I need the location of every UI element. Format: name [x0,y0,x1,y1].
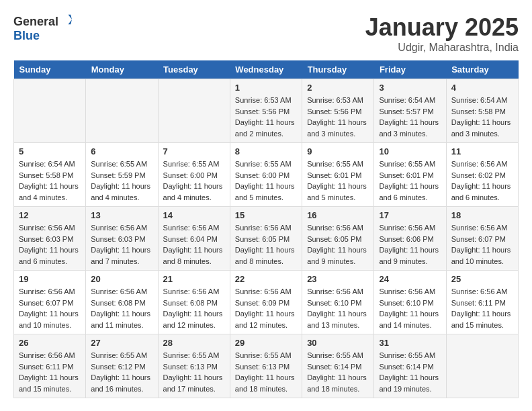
weekday-header: Saturday [446,60,518,79]
day-number: 17 [379,210,441,220]
day-info: Sunrise: 6:55 AM Sunset: 6:00 PM Dayligh… [163,158,225,203]
weekday-header: Friday [374,60,446,79]
day-info: Sunrise: 6:55 AM Sunset: 6:01 PM Dayligh… [307,158,369,203]
day-info: Sunrise: 6:56 AM Sunset: 6:11 PM Dayligh… [451,286,513,330]
day-number: 12 [19,210,81,220]
day-number: 15 [235,210,297,220]
day-info: Sunrise: 6:56 AM Sunset: 6:08 PM Dayligh… [163,286,225,330]
day-info: Sunrise: 6:55 AM Sunset: 5:59 PM Dayligh… [91,158,152,203]
day-number: 24 [379,274,441,284]
day-number: 28 [163,338,225,348]
day-info: Sunrise: 6:56 AM Sunset: 6:05 PM Dayligh… [235,222,297,267]
calendar-day-cell: 5Sunrise: 6:54 AM Sunset: 5:58 PM Daylig… [14,143,86,207]
day-number: 11 [451,146,513,156]
day-number: 10 [379,146,441,156]
day-info: Sunrise: 6:56 AM Sunset: 6:10 PM Dayligh… [307,286,369,330]
day-number: 14 [163,210,225,220]
calendar-table: SundayMondayTuesdayWednesdayThursdayFrid… [13,60,519,398]
calendar-day-cell [446,334,518,398]
calendar-week-row: 26Sunrise: 6:56 AM Sunset: 6:11 PM Dayli… [14,334,519,398]
day-info: Sunrise: 6:56 AM Sunset: 6:04 PM Dayligh… [163,222,225,267]
calendar-day-cell: 20Sunrise: 6:56 AM Sunset: 6:08 PM Dayli… [86,271,158,334]
calendar-day-cell: 14Sunrise: 6:56 AM Sunset: 6:04 PM Dayli… [158,207,230,271]
calendar-day-cell: 2Sunrise: 6:53 AM Sunset: 5:56 PM Daylig… [302,79,374,143]
calendar-day-cell: 27Sunrise: 6:55 AM Sunset: 6:12 PM Dayli… [86,334,158,398]
day-info: Sunrise: 6:56 AM Sunset: 6:07 PM Dayligh… [451,222,513,267]
weekday-header: Tuesday [158,60,230,79]
calendar-day-cell: 4Sunrise: 6:54 AM Sunset: 5:58 PM Daylig… [446,79,518,143]
weekday-header-row: SundayMondayTuesdayWednesdayThursdayFrid… [14,60,519,79]
month-title: January 2025 [365,13,519,42]
calendar-day-cell: 28Sunrise: 6:55 AM Sunset: 6:13 PM Dayli… [158,334,230,398]
day-number: 22 [235,274,297,284]
day-info: Sunrise: 6:56 AM Sunset: 6:11 PM Dayligh… [19,350,81,394]
calendar-day-cell: 18Sunrise: 6:56 AM Sunset: 6:07 PM Dayli… [446,207,518,271]
logo-icon [60,13,72,26]
day-number: 30 [307,338,369,348]
day-info: Sunrise: 6:55 AM Sunset: 6:00 PM Dayligh… [235,158,297,203]
calendar-day-cell [14,79,86,143]
svg-marker-0 [69,15,72,24]
logo-general: General [13,15,58,28]
day-info: Sunrise: 6:55 AM Sunset: 6:14 PM Dayligh… [379,350,441,394]
calendar-day-cell: 31Sunrise: 6:55 AM Sunset: 6:14 PM Dayli… [374,334,446,398]
day-info: Sunrise: 6:54 AM Sunset: 5:57 PM Dayligh… [379,95,441,139]
day-number: 26 [19,338,81,348]
day-number: 20 [91,274,152,284]
calendar-week-row: 1Sunrise: 6:53 AM Sunset: 5:56 PM Daylig… [14,79,519,143]
day-number: 3 [379,83,441,93]
day-number: 7 [163,146,225,156]
day-info: Sunrise: 6:56 AM Sunset: 6:02 PM Dayligh… [451,158,513,203]
day-info: Sunrise: 6:56 AM Sunset: 6:06 PM Dayligh… [379,222,441,267]
day-info: Sunrise: 6:56 AM Sunset: 6:07 PM Dayligh… [19,286,81,330]
calendar-day-cell: 29Sunrise: 6:55 AM Sunset: 6:13 PM Dayli… [230,334,302,398]
day-info: Sunrise: 6:55 AM Sunset: 6:12 PM Dayligh… [91,350,152,394]
day-info: Sunrise: 6:54 AM Sunset: 5:58 PM Dayligh… [451,95,513,139]
calendar-day-cell: 16Sunrise: 6:56 AM Sunset: 6:05 PM Dayli… [302,207,374,271]
day-info: Sunrise: 6:56 AM Sunset: 6:03 PM Dayligh… [91,222,152,267]
day-number: 9 [307,146,369,156]
calendar-day-cell: 10Sunrise: 6:55 AM Sunset: 6:01 PM Dayli… [374,143,446,207]
calendar-day-cell: 13Sunrise: 6:56 AM Sunset: 6:03 PM Dayli… [86,207,158,271]
day-number: 25 [451,274,513,284]
day-info: Sunrise: 6:56 AM Sunset: 6:09 PM Dayligh… [235,286,297,330]
day-info: Sunrise: 6:55 AM Sunset: 6:01 PM Dayligh… [379,158,441,203]
day-number: 4 [451,83,513,93]
calendar-day-cell: 3Sunrise: 6:54 AM Sunset: 5:57 PM Daylig… [374,79,446,143]
weekday-header: Monday [86,60,158,79]
calendar-day-cell: 21Sunrise: 6:56 AM Sunset: 6:08 PM Dayli… [158,271,230,334]
day-info: Sunrise: 6:56 AM Sunset: 6:05 PM Dayligh… [307,222,369,267]
weekday-header: Thursday [302,60,374,79]
calendar-week-row: 5Sunrise: 6:54 AM Sunset: 5:58 PM Daylig… [14,143,519,207]
calendar-day-cell: 17Sunrise: 6:56 AM Sunset: 6:06 PM Dayli… [374,207,446,271]
calendar-day-cell: 15Sunrise: 6:56 AM Sunset: 6:05 PM Dayli… [230,207,302,271]
day-number: 18 [451,210,513,220]
day-number: 29 [235,338,297,348]
day-info: Sunrise: 6:56 AM Sunset: 6:03 PM Dayligh… [19,222,81,267]
day-info: Sunrise: 6:53 AM Sunset: 5:56 PM Dayligh… [235,95,297,139]
logo: General Blue [13,13,72,43]
day-info: Sunrise: 6:55 AM Sunset: 6:14 PM Dayligh… [307,350,369,394]
day-number: 1 [235,83,297,93]
calendar-day-cell: 25Sunrise: 6:56 AM Sunset: 6:11 PM Dayli… [446,271,518,334]
calendar-day-cell [86,79,158,143]
calendar-day-cell: 11Sunrise: 6:56 AM Sunset: 6:02 PM Dayli… [446,143,518,207]
calendar-day-cell: 26Sunrise: 6:56 AM Sunset: 6:11 PM Dayli… [14,334,86,398]
calendar-day-cell: 12Sunrise: 6:56 AM Sunset: 6:03 PM Dayli… [14,207,86,271]
location: Udgir, Maharashtra, India [365,42,519,54]
day-number: 16 [307,210,369,220]
weekday-header: Wednesday [230,60,302,79]
calendar-day-cell: 23Sunrise: 6:56 AM Sunset: 6:10 PM Dayli… [302,271,374,334]
calendar-day-cell: 7Sunrise: 6:55 AM Sunset: 6:00 PM Daylig… [158,143,230,207]
day-info: Sunrise: 6:55 AM Sunset: 6:13 PM Dayligh… [235,350,297,394]
day-info: Sunrise: 6:54 AM Sunset: 5:58 PM Dayligh… [19,158,81,203]
day-info: Sunrise: 6:53 AM Sunset: 5:56 PM Dayligh… [307,95,369,139]
calendar-day-cell: 22Sunrise: 6:56 AM Sunset: 6:09 PM Dayli… [230,271,302,334]
calendar-day-cell: 8Sunrise: 6:55 AM Sunset: 6:00 PM Daylig… [230,143,302,207]
day-number: 6 [91,146,152,156]
day-number: 21 [163,274,225,284]
calendar-day-cell: 19Sunrise: 6:56 AM Sunset: 6:07 PM Dayli… [14,271,86,334]
day-number: 31 [379,338,441,348]
calendar-week-row: 12Sunrise: 6:56 AM Sunset: 6:03 PM Dayli… [14,207,519,271]
header: General Blue January 2025 Udgir, Maharas… [13,13,519,54]
